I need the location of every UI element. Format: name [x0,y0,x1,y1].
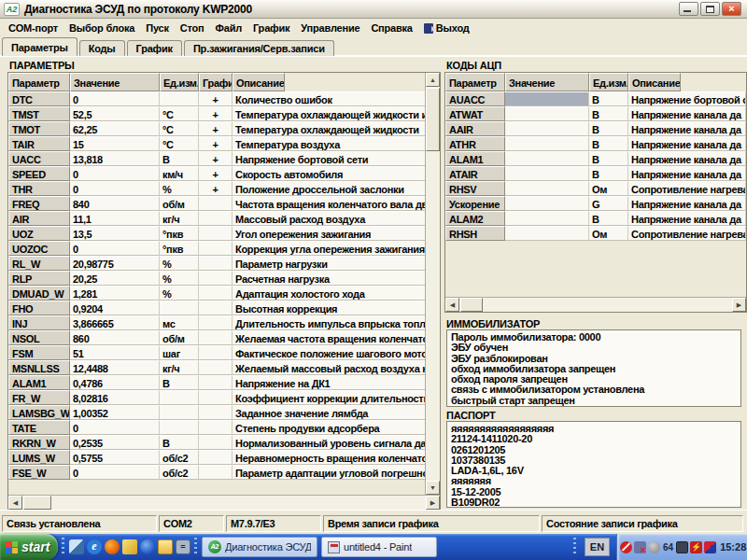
menu-item-Пуск[interactable]: Пуск [140,21,175,35]
params-horizontal-scrollbar[interactable]: ◀ ▶ [8,495,440,510]
scheduler-icon[interactable] [648,541,660,553]
param-name-cell[interactable]: NSOL [8,330,70,345]
params-hscroll-thumb[interactable] [23,496,51,510]
param-name-cell[interactable]: INJ [8,315,70,330]
param-name-cell[interactable]: FHO [8,301,70,315]
guard-icon[interactable] [704,541,716,553]
menu-item-Справка[interactable]: Справка [365,21,417,35]
table-row[interactable]: THR0%+Положение дроссельной заслонки [8,181,440,196]
table-row[interactable]: FSE_W0об/с2Параметр адаптации угловой по… [8,465,440,480]
param-name-cell[interactable]: TMST [8,106,70,121]
param-name-cell[interactable]: UACC [8,151,70,166]
column-header-Ед.изм.[interactable]: Ед.изм. [589,73,628,91]
table-row[interactable]: ALAM1ВНапряжение канала да [445,151,746,166]
media-player-icon[interactable] [140,539,155,554]
calculator-icon[interactable]: = [176,539,190,554]
param-name-cell[interactable]: DMUAD_W [8,286,70,301]
param-name-cell[interactable]: FREQ [8,196,70,211]
table-row[interactable]: NSOL860об/мЖелаемая частота вращения кол… [8,330,440,345]
param-graph-cell[interactable] [199,256,233,271]
scroll-left-icon[interactable]: ◀ [445,298,459,312]
firefox-icon[interactable] [105,539,120,554]
start-button[interactable]: start [0,534,58,560]
power-alert-icon[interactable]: ⚡ [690,541,702,553]
adc-value-cell[interactable] [505,106,589,121]
param-name-cell[interactable]: SPEED [8,166,70,181]
param-name-cell[interactable]: FSE_W [8,465,70,480]
adc-name-cell[interactable]: AAIR [445,121,505,136]
table-row[interactable]: УскорениеGНапряжение канала да [445,196,746,211]
app-window-icon[interactable] [69,539,84,554]
taskbar-button-Диагностика ЭСУД[interactable]: A2Диагностика ЭСУД [202,537,317,557]
param-graph-cell[interactable] [199,286,233,301]
table-row[interactable]: RHSHОмСопротивление нагрева [445,226,746,241]
adc-name-cell[interactable]: ALAM1 [445,151,505,166]
minimize-button[interactable] [679,2,698,16]
param-name-cell[interactable]: LUMS_W [8,450,70,465]
param-graph-cell[interactable] [199,315,233,330]
table-row[interactable]: RLP20,25%Расчетная нагрузка [8,271,440,286]
param-name-cell[interactable]: LAMSBG_W [8,405,70,420]
param-graph-cell[interactable] [199,330,233,345]
param-graph-cell[interactable]: + [199,106,233,121]
table-row[interactable]: ATAIRВНапряжение канала да [445,166,746,181]
table-row[interactable]: DMUAD_W1,281%Адаптация холостого хода [8,286,440,301]
table-row[interactable]: AAIRВНапряжение канала да [445,121,746,136]
menu-item-Стоп[interactable]: Стоп [175,21,210,35]
folder-icon[interactable] [158,539,173,554]
menu-item-График[interactable]: График [247,21,295,35]
menu-item-COM-порт[interactable]: COM-порт [3,21,63,35]
table-row[interactable]: INJ3,866665мсДлительность импульса впрыс… [8,315,440,330]
table-row[interactable]: SPEED0км/ч+Скорость автомобиля [8,166,440,181]
column-header-Значение[interactable]: Значение [505,73,589,91]
param-name-cell[interactable]: TATE [8,420,70,435]
menu-item-Выбор блока[interactable]: Выбор блока [63,21,140,35]
param-name-cell[interactable]: UOZOC [8,241,70,256]
column-header-Значение[interactable]: Значение [70,73,160,91]
adc-value-cell[interactable] [505,91,589,106]
param-graph-cell[interactable] [199,226,233,241]
param-graph-cell[interactable]: + [199,166,233,181]
param-name-cell[interactable]: TAIR [8,136,70,151]
column-header-Описание[interactable]: Описание [233,73,285,91]
param-name-cell[interactable]: FR_W [8,390,70,405]
adc-value-cell[interactable] [505,136,589,151]
adc-hscroll-thumb[interactable] [460,298,483,312]
scroll-up-icon[interactable]: ▲ [426,73,440,87]
adc-name-cell[interactable]: ALAM2 [445,211,505,226]
table-row[interactable]: DTC0+Количество ошибок [8,91,440,106]
param-graph-cell[interactable] [199,375,233,390]
adc-value-cell[interactable] [505,181,589,196]
blocked-icon[interactable] [620,541,632,553]
table-row[interactable]: RKRN_W0,2535ВНормализованный уровень сиг… [8,435,440,450]
table-row[interactable]: ALAM10,4786ВНапряжение на ДК1 [8,375,440,390]
table-row[interactable]: AIR11,1кг/чМассовый расход воздуха [8,211,440,226]
param-graph-cell[interactable]: + [199,121,233,136]
table-row[interactable]: ATWATВНапряжение канала да [445,106,746,121]
ie-icon[interactable]: e [87,539,102,554]
tab-Пр.зажигания/Серв.записи[interactable]: Пр.зажигания/Серв.записи [184,40,334,56]
param-graph-cell[interactable] [199,405,233,420]
param-graph-cell[interactable] [199,360,233,375]
param-name-cell[interactable]: FSM [8,345,70,360]
table-row[interactable]: LAMSBG_W1,00352Заданное значение лямбда [8,405,440,420]
icq-icon[interactable] [122,539,137,554]
adc-name-cell[interactable]: RHSH [445,226,505,241]
adc-name-cell[interactable]: AUACC [445,91,505,106]
param-name-cell[interactable]: DTC [8,91,70,106]
adc-value-cell[interactable] [505,166,589,181]
table-row[interactable]: FSM51шагФактическое положение шагового м… [8,345,440,360]
column-header-Параметр[interactable]: Параметр [8,73,70,91]
param-name-cell[interactable]: MSNLLSS [8,360,70,375]
table-row[interactable]: ALAM2ВНапряжение канала да [445,211,746,226]
menu-item-exit[interactable]: Выход [418,21,475,35]
tab-График[interactable]: График [127,40,182,56]
param-name-cell[interactable]: RLP [8,271,70,286]
adc-name-cell[interactable]: ATWAT [445,106,505,121]
taskbar-button-untitled4 - Paint[interactable]: untitled4 - Paint [321,537,437,557]
close-button[interactable]: × [722,2,741,16]
param-graph-cell[interactable]: + [199,136,233,151]
param-name-cell[interactable]: TMOT [8,121,70,136]
column-header-Ед.изм.[interactable]: Ед.изм. [160,73,199,91]
adc-name-cell[interactable]: ATAIR [445,166,505,181]
